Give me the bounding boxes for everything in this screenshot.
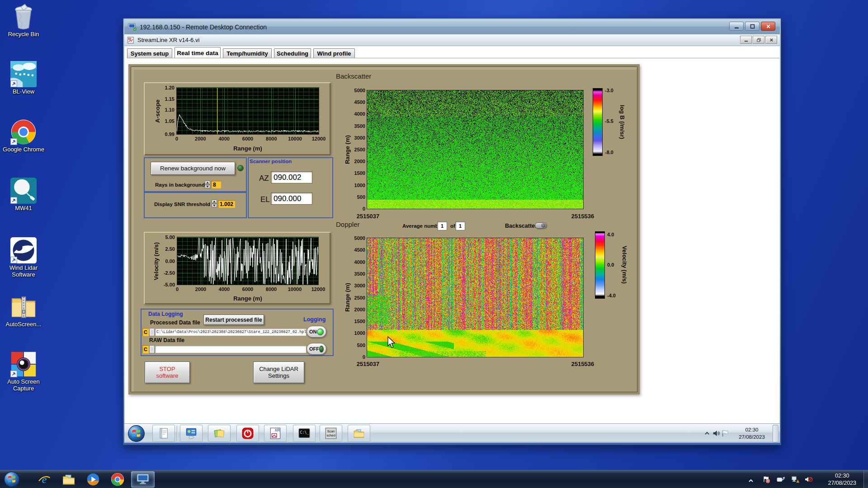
axis-label: 0.99 bbox=[165, 131, 175, 137]
remote-show-desktop-button[interactable] bbox=[773, 425, 778, 442]
remote-taskbar-start-button[interactable] bbox=[127, 425, 145, 442]
remote-taskbar-file-explorer-button[interactable] bbox=[348, 425, 370, 442]
host-taskbar-start-button[interactable] bbox=[4, 471, 20, 488]
host-action-center-icon[interactable] bbox=[762, 476, 770, 483]
remote-taskbar-notepad-button[interactable] bbox=[152, 425, 175, 442]
rdp-window-title: 192.168.0.150 - Remote Desktop Connectio… bbox=[140, 23, 267, 31]
desktop-icon-label: Auto Screen Capture bbox=[3, 379, 44, 392]
axis-label: 1.10 bbox=[165, 107, 175, 113]
remote-taskbar-streamline-xr-button[interactable]: XR bbox=[264, 425, 287, 442]
host-tray-expand-icon[interactable] bbox=[747, 477, 755, 484]
tab-wind-profile[interactable]: Wind profile bbox=[313, 48, 355, 58]
rdp-maximize-button[interactable] bbox=[745, 22, 760, 31]
on-label: ON bbox=[309, 329, 317, 334]
svg-text:sched: sched bbox=[326, 433, 335, 437]
axis-label: 1000 bbox=[354, 330, 365, 336]
backscatter-display-toggle[interactable] bbox=[535, 222, 547, 229]
desktop-icon-recycle-bin[interactable]: Recycle Bin bbox=[3, 4, 44, 38]
app-close-button[interactable] bbox=[765, 36, 777, 44]
az-value-display: 090.002 bbox=[271, 172, 312, 183]
axis-label: 4500 bbox=[354, 247, 365, 253]
background-controls-box: Renew background now Rays in background … bbox=[144, 157, 247, 192]
host-network-warning-icon[interactable] bbox=[791, 476, 799, 483]
app-titlebar[interactable]: StreamLine XR v14-6.vi bbox=[124, 34, 780, 46]
off-label: OFF bbox=[309, 346, 319, 352]
axis-label: log B (/m/sr) bbox=[619, 105, 626, 139]
rays-spinner[interactable] bbox=[205, 181, 210, 188]
host-taskbar-remote-desktop-button[interactable] bbox=[131, 471, 155, 488]
auto-screen-capture-icon bbox=[10, 351, 37, 377]
host-clock[interactable]: 02:30 27/08/2023 bbox=[828, 472, 856, 487]
tab-real-time-data[interactable]: Real time data bbox=[175, 47, 221, 58]
scanner-position-title: Scanner position bbox=[250, 159, 292, 164]
axis-label: -5.5 bbox=[605, 118, 613, 124]
renew-background-button[interactable]: Renew background now bbox=[151, 162, 235, 175]
processed-drive-letter[interactable]: C bbox=[142, 328, 149, 336]
tab-scheduling[interactable]: Scheduling bbox=[274, 48, 311, 58]
processed-logging-toggle[interactable]: ON bbox=[307, 326, 326, 338]
host-volume-muted-icon[interactable] bbox=[805, 476, 813, 483]
ascope-plot-canvas bbox=[177, 88, 319, 134]
host-taskbar-media-player-button[interactable] bbox=[81, 471, 105, 488]
desktop-icon-bl-view[interactable]: BL-View bbox=[3, 61, 44, 95]
desktop-icon-auto-screen-capture[interactable]: Auto Screen Capture bbox=[3, 351, 44, 392]
sysmonitor-icon bbox=[185, 427, 197, 439]
snr-threshold-box: Display SNR threshold 1.002 bbox=[144, 192, 247, 218]
remote-tray-expand-icon[interactable] bbox=[703, 430, 711, 437]
raw-logging-toggle[interactable]: OFF bbox=[307, 343, 326, 355]
host-taskbar-google-chrome-button[interactable] bbox=[106, 471, 129, 488]
host-taskbar-internet-explorer-button[interactable]: e bbox=[33, 471, 56, 488]
axis-label: 12000 bbox=[312, 136, 326, 141]
desktop-icon-google-chrome[interactable]: Google Chrome bbox=[3, 119, 44, 153]
rdp-titlebar[interactable]: 192.168.0.150 - Remote Desktop Connectio… bbox=[124, 19, 780, 34]
average-of-label: of bbox=[450, 223, 455, 229]
axis-label: 4000 bbox=[219, 286, 230, 292]
host-taskbar-windows-explorer-button[interactable] bbox=[57, 471, 80, 488]
remote-taskbar-stop-application-button[interactable] bbox=[236, 425, 259, 442]
processed-path-browse-icon[interactable]: ⋮ bbox=[149, 328, 155, 336]
rdp-close-button[interactable] bbox=[761, 22, 775, 31]
processed-path-field[interactable]: C:\Lidar\Data\Proc\2023\202308\20230827\… bbox=[155, 328, 306, 336]
remote-volume-icon[interactable] bbox=[712, 430, 720, 437]
remote-taskbar-sticky-notes-button[interactable] bbox=[208, 425, 231, 442]
axis-label: 6000 bbox=[242, 136, 253, 141]
host-battery-icon[interactable] bbox=[777, 476, 785, 483]
snr-spinner[interactable] bbox=[212, 200, 217, 207]
el-label: EL bbox=[260, 195, 270, 204]
average-number-field[interactable]: 1 bbox=[438, 222, 447, 230]
change-lidar-settings-button[interactable]: Change LiDAR Settings bbox=[253, 361, 304, 383]
remote-taskbar-system-monitor-button[interactable] bbox=[180, 425, 203, 442]
remote-taskbar-scan-scheduler-button[interactable]: Scansched bbox=[320, 425, 342, 442]
change-line2: Settings bbox=[268, 372, 289, 379]
app-restore-button[interactable] bbox=[753, 36, 764, 44]
desktop-icon-wind-lidar-software[interactable]: Wind Lidar Software bbox=[3, 237, 44, 278]
axis-label: -4.0 bbox=[607, 293, 616, 298]
remote-action-center-flag-icon[interactable] bbox=[721, 430, 728, 437]
axis-label: 3000 bbox=[354, 283, 365, 288]
rays-value-field[interactable]: 8 bbox=[211, 181, 221, 188]
axis-label: 2515037 bbox=[357, 213, 380, 220]
wind-lidar-icon bbox=[10, 237, 37, 263]
ascope-graph: 1.201.151.101.050.9902000400060008000100… bbox=[144, 82, 330, 155]
tab-temp-humidity[interactable]: Temp/humidity bbox=[223, 48, 272, 58]
raw-drive-letter[interactable]: C bbox=[142, 345, 149, 353]
rdp-minimize-button[interactable] bbox=[729, 22, 744, 31]
raw-path-field[interactable] bbox=[155, 346, 306, 353]
tab-system-setup[interactable]: System setup bbox=[127, 48, 172, 58]
snr-value-field[interactable]: 1.002 bbox=[218, 200, 235, 208]
axis-label: 1.20 bbox=[165, 85, 175, 90]
desktop-icon-autoscreen-zip[interactable]: AutoScreen... bbox=[3, 294, 44, 328]
shortcut-arrow-icon bbox=[10, 138, 17, 145]
doppler-heatmap-canvas bbox=[367, 238, 583, 357]
desktop-icon-mw41[interactable]: MW41 bbox=[3, 178, 44, 212]
stop-software-button[interactable]: STOP software bbox=[145, 361, 190, 383]
raw-path-browse-icon[interactable]: ⋮ bbox=[149, 345, 155, 353]
average-total-field[interactable]: 1 bbox=[456, 222, 465, 230]
restart-processed-file-button[interactable]: Restart processed file bbox=[203, 314, 264, 325]
app-minimize-button[interactable] bbox=[740, 36, 752, 44]
ie-icon: e bbox=[38, 473, 51, 486]
host-show-desktop-button[interactable] bbox=[863, 470, 868, 488]
remote-clock[interactable]: 02:30 27/08/2023 bbox=[734, 427, 770, 441]
host-taskbar: 02:30 27/08/2023 e bbox=[0, 470, 868, 488]
remote-taskbar-command-prompt-button[interactable]: C:\_ bbox=[293, 425, 316, 442]
